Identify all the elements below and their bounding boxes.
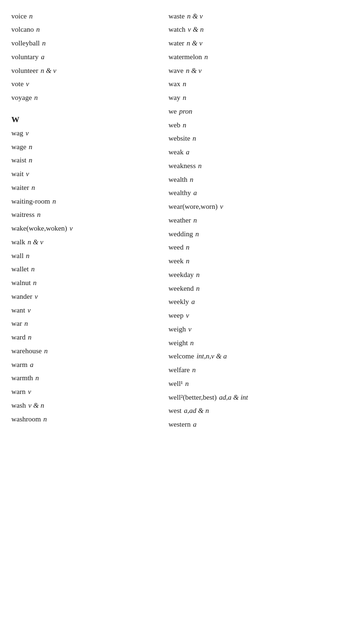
entry-word: warn (11, 387, 26, 397)
list-item: webn (168, 118, 326, 132)
entry-pos: n & v (41, 66, 56, 76)
entry-word: vote (11, 79, 24, 89)
entry-pos: n (192, 365, 196, 376)
entry-pos: n (25, 319, 28, 329)
list-item: weedn (168, 241, 326, 255)
entry-word: volleyball (11, 38, 40, 49)
entry-word: wag (11, 128, 23, 139)
list-item: westa,ad & n (168, 404, 326, 418)
entry-pos: n & v (187, 11, 203, 22)
list-item: weepv (168, 309, 326, 323)
list-item: weekdayn (168, 268, 326, 282)
entry-pos: ad,a & int (219, 393, 248, 403)
entry-pos: n (28, 332, 32, 343)
entry-pos: a (193, 188, 197, 198)
list-item: volcanon (11, 23, 168, 37)
entry-word: wake(woke,woken) (11, 224, 67, 234)
entry-pos: v (220, 202, 223, 212)
entry-pos: a (41, 52, 45, 63)
entry-word: weigh (168, 324, 186, 335)
entry-pos: n (198, 161, 202, 171)
list-item: wepron (168, 105, 326, 118)
list-item: websiten (168, 132, 326, 146)
entry-pos: n (29, 11, 33, 22)
entry-word: website (168, 134, 190, 144)
list-item: wantv (11, 304, 168, 317)
list-item: voicen (11, 9, 168, 23)
entry-pos: v (27, 305, 31, 316)
list-item: welfaren (168, 364, 326, 377)
entry-word: weekly (168, 297, 189, 307)
entry-word: walnut (11, 278, 31, 288)
entry-word: waist (11, 155, 27, 166)
entry-word: well²(better,best) (168, 393, 217, 403)
entry-pos: n (29, 155, 33, 166)
left-column: voicenvolcanonvolleyballnvoluntaryavolun… (11, 9, 168, 431)
entry-pos: v (26, 169, 29, 179)
section-header: W (11, 111, 168, 126)
list-item: wagv (11, 126, 168, 140)
entry-pos: n (44, 346, 48, 357)
entry-word: wander (11, 292, 32, 302)
list-item: waitv (11, 168, 168, 181)
list-item: wayn (168, 91, 326, 105)
entry-word: wait (11, 169, 24, 179)
entry-word: west (168, 406, 182, 416)
entry-pos: n (31, 264, 35, 275)
entry-word: weekday (168, 270, 194, 280)
list-item: wagen (11, 140, 168, 154)
list-item: weighv (168, 322, 326, 336)
entry-word: web (168, 120, 180, 131)
entry-pos: n (33, 278, 37, 288)
entry-pos: n (204, 52, 208, 63)
entry-pos: v (28, 387, 31, 397)
entry-pos: n (37, 210, 41, 220)
entry-pos: a (186, 147, 190, 158)
entry-pos: n (193, 215, 197, 226)
entry-pos: n (196, 270, 200, 280)
list-item: weaknessn (168, 159, 326, 173)
entry-word: wax (168, 79, 180, 89)
entry-pos: v (26, 128, 29, 139)
entry-pos: n (185, 379, 189, 389)
entry-word: weight (168, 338, 188, 349)
entry-word: waste (168, 11, 185, 22)
list-item: wealthn (168, 173, 326, 187)
entry-word: voluntary (11, 52, 39, 63)
list-item: washv & n (11, 399, 168, 412)
entry-word: volcano (11, 25, 34, 35)
entry-word: weekend (168, 284, 194, 294)
entry-pos: v (188, 324, 192, 335)
entry-pos: n (195, 229, 199, 240)
entry-word: welfare (168, 365, 190, 376)
entry-word: wedding (168, 229, 193, 240)
list-item: weeklya (168, 295, 326, 309)
entry-pos: n (183, 120, 186, 131)
entry-pos: n (35, 373, 39, 384)
list-item: voluntarya (11, 50, 168, 64)
entry-word: warehouse (11, 346, 42, 357)
entry-word: war (11, 319, 22, 329)
list-item: weightn (168, 336, 326, 350)
entry-word: weep (168, 311, 184, 321)
entry-word: warmth (11, 373, 33, 384)
entry-pos: n (36, 25, 40, 35)
list-item: walletn (11, 263, 168, 277)
entry-word: waiting-room (11, 197, 50, 207)
list-item: weekn (168, 255, 326, 268)
entry-pos: a (193, 420, 197, 430)
entry-word: watermelon (168, 52, 202, 63)
entry-pos: a (191, 297, 195, 307)
list-item: wanderv (11, 290, 168, 304)
entry-word: wash (11, 401, 26, 411)
list-item: votev (11, 78, 168, 91)
list-item: walln (11, 249, 168, 263)
entry-pos: n (186, 256, 190, 267)
entry-word: volunteer (11, 66, 38, 76)
entry-word: voyage (11, 93, 32, 103)
list-item: warn (11, 317, 168, 331)
entry-word: welcome (168, 351, 194, 362)
entry-word: we (168, 107, 177, 117)
entry-word: wage (11, 142, 27, 152)
entry-word: way (168, 93, 180, 103)
